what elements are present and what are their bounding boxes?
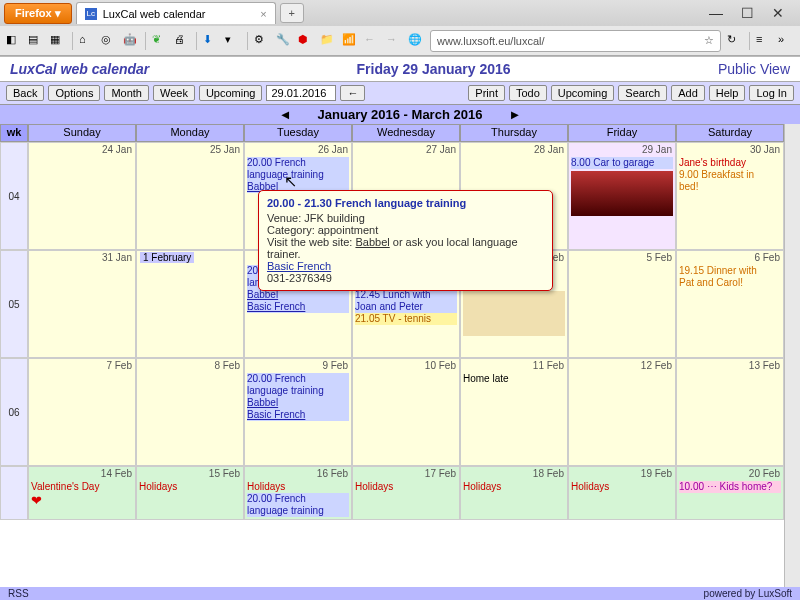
folder-icon[interactable]: 📁 <box>320 33 336 49</box>
droid-icon[interactable]: 🤖 <box>123 33 139 49</box>
maximize-icon[interactable]: ☐ <box>741 5 754 21</box>
week-button[interactable]: Week <box>153 85 195 101</box>
add-button[interactable]: Add <box>671 85 705 101</box>
prev-period-icon[interactable]: ◄ <box>273 107 298 122</box>
upcoming2-button[interactable]: Upcoming <box>551 85 615 101</box>
leaf-icon[interactable]: ❦ <box>152 33 168 49</box>
print-button[interactable]: Print <box>468 85 505 101</box>
month-name: 1 February <box>140 252 194 263</box>
rss-link[interactable]: RSS <box>8 588 29 599</box>
powered-by: powered by LuxSoft <box>704 588 792 599</box>
calendar-event[interactable]: 9.00 Breakfast inbed! <box>679 169 781 193</box>
day-cell[interactable]: 19 FebHolidays <box>568 466 676 520</box>
upcoming-button[interactable]: Upcoming <box>199 85 263 101</box>
calendar-event[interactable]: Holidays <box>247 481 349 493</box>
day-cell[interactable]: 17 FebHolidays <box>352 466 460 520</box>
print-icon[interactable]: 🖨 <box>174 33 190 49</box>
day-cell[interactable]: 11 FebHome late <box>460 358 568 466</box>
shield-icon[interactable]: ▾ <box>225 33 241 49</box>
next-period-icon[interactable]: ► <box>502 107 527 122</box>
back-button[interactable]: Back <box>6 85 44 101</box>
tooltip-link-basic[interactable]: Basic French <box>267 260 544 272</box>
calendar-event[interactable]: Holidays <box>463 481 565 493</box>
calendar-event[interactable]: Home late <box>463 373 565 385</box>
reload-icon[interactable]: ↻ <box>727 33 743 49</box>
vertical-scrollbar[interactable] <box>784 124 800 588</box>
calendar-event[interactable]: Holidays <box>139 481 241 493</box>
tooltip-link-babbel[interactable]: Babbel <box>355 236 389 248</box>
url-bar[interactable]: www.luxsoft.eu/luxcal/ ☆ <box>430 30 721 52</box>
app-header: LuxCal web calendar Friday 29 January 20… <box>0 57 800 82</box>
day-cell[interactable]: 8 Feb <box>136 358 244 466</box>
day-number: 16 Feb <box>317 468 348 479</box>
day-cell[interactable]: 20 Feb10.00 ⋯ Kids home? <box>676 466 784 520</box>
day-cell[interactable]: 16 FebHolidays20.00 Frenchlanguage train… <box>244 466 352 520</box>
day-cell[interactable]: 14 FebValentine's Day❤ <box>28 466 136 520</box>
stop-icon[interactable]: ⬢ <box>298 33 314 49</box>
calendar-event[interactable]: 20.00 Frenchlanguage training <box>247 493 349 517</box>
calendar-event[interactable]: Jane's birthday <box>679 157 781 169</box>
day-cell[interactable]: 13 Feb <box>676 358 784 466</box>
help-button[interactable]: Help <box>709 85 746 101</box>
search-button[interactable]: Search <box>618 85 667 101</box>
day-cell[interactable]: 24 Jan <box>28 142 136 250</box>
month-button[interactable]: Month <box>104 85 149 101</box>
day-cell[interactable]: 7 Feb <box>28 358 136 466</box>
calendar-event[interactable]: Holidays <box>571 481 673 493</box>
browser-tab[interactable]: Lc LuxCal web calendar × <box>76 2 276 24</box>
day-cell[interactable]: 31 Jan <box>28 250 136 358</box>
day-cell[interactable]: 18 FebHolidays <box>460 466 568 520</box>
calendar-event[interactable]: 19.15 Dinner withPat and Carol! <box>679 265 781 289</box>
day-cell[interactable]: 25 Jan <box>136 142 244 250</box>
close-icon[interactable]: ✕ <box>772 5 784 21</box>
calendar-event[interactable]: 21.05 TV - tennis <box>355 313 457 325</box>
todo-button[interactable]: Todo <box>509 85 547 101</box>
calendar-event[interactable]: 8.00 Car to garage <box>571 157 673 169</box>
target-icon[interactable]: ◎ <box>101 33 117 49</box>
day-cell[interactable]: 10 Feb <box>352 358 460 466</box>
pocket-icon[interactable]: ◧ <box>6 33 22 49</box>
day-cell[interactable]: 5 Feb <box>568 250 676 358</box>
gear-icon[interactable]: ⚙ <box>254 33 270 49</box>
close-tab-icon[interactable]: × <box>260 8 266 20</box>
bookmark-icon[interactable]: ☆ <box>704 34 714 47</box>
view-mode[interactable]: Public View <box>718 61 790 77</box>
new-tab-button[interactable]: + <box>280 3 304 23</box>
heart-icon: ❤ <box>31 493 133 508</box>
week-header: wk <box>0 124 28 142</box>
home-icon[interactable]: ⌂ <box>79 33 95 49</box>
calendar-event[interactable]: 10.00 ⋯ Kids home? <box>679 481 781 493</box>
wrench-icon[interactable]: 🔧 <box>276 33 292 49</box>
forward-icon[interactable]: → <box>386 33 402 49</box>
tile-icon[interactable]: ▤ <box>28 33 44 49</box>
calendar-event[interactable]: 12.45 Lunch withJoan and Peter <box>355 289 457 313</box>
grid-icon[interactable]: ▦ <box>50 33 66 49</box>
firefox-menu-button[interactable]: Firefox ▾ <box>4 3 72 24</box>
day-cell[interactable]: 29 Jan8.00 Car to garage <box>568 142 676 250</box>
download-icon[interactable]: ⬇ <box>203 33 219 49</box>
back-icon[interactable]: ← <box>364 33 380 49</box>
day-cell[interactable]: 12 Feb <box>568 358 676 466</box>
calendar-event[interactable]: 20.00 Frenchlanguage trainingBabbelBasic… <box>247 373 349 421</box>
calendar-event[interactable]: 20.00 Frenchlanguage trainingBabbel <box>247 157 349 193</box>
options-button[interactable]: Options <box>48 85 100 101</box>
overflow-icon[interactable]: » <box>778 33 794 49</box>
day-cell[interactable]: 6 Feb19.15 Dinner withPat and Carol! <box>676 250 784 358</box>
day-number: 28 Jan <box>534 144 564 155</box>
day-cell[interactable]: 30 JanJane's birthday9.00 Breakfast inbe… <box>676 142 784 250</box>
day-number: 8 Feb <box>214 360 240 371</box>
day-number: 15 Feb <box>209 468 240 479</box>
date-input[interactable] <box>266 85 336 101</box>
menu-icon[interactable]: ≡ <box>756 33 772 49</box>
go-button[interactable]: ← <box>340 85 365 101</box>
day-number: 12 Feb <box>641 360 672 371</box>
week-number: 06 <box>0 358 28 466</box>
day-cell[interactable]: 9 Feb20.00 Frenchlanguage trainingBabbel… <box>244 358 352 466</box>
calendar-event[interactable]: Valentine's Day <box>31 481 133 493</box>
minimize-icon[interactable]: — <box>709 5 723 21</box>
calendar-event[interactable]: Holidays <box>355 481 457 493</box>
day-cell[interactable]: 1 February <box>136 250 244 358</box>
login-button[interactable]: Log In <box>749 85 794 101</box>
rss-icon[interactable]: 📶 <box>342 33 358 49</box>
day-cell[interactable]: 15 FebHolidays <box>136 466 244 520</box>
